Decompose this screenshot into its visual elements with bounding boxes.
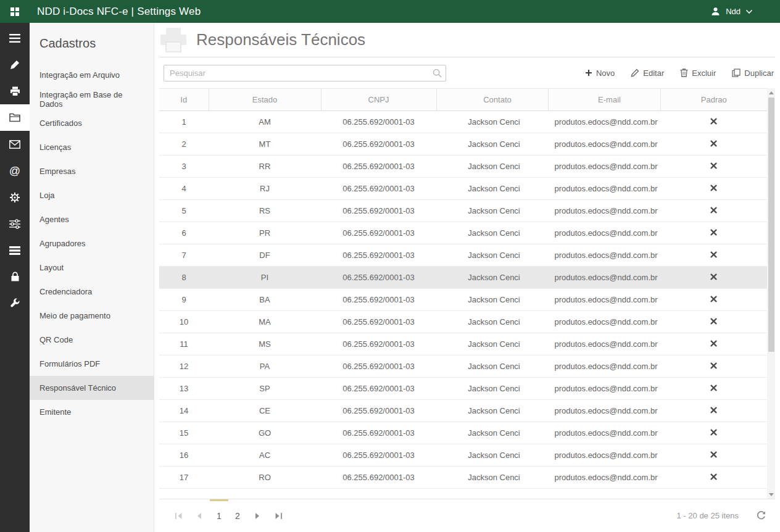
table-row[interactable]: 14CE06.255.692/0001-03Jackson Cenciprodu… — [159, 400, 767, 422]
cell-id: 12 — [159, 355, 209, 378]
page-button-1[interactable]: 1 — [210, 499, 228, 532]
sidebar-item[interactable]: Agentes — [30, 207, 154, 231]
scroll-up-button[interactable] — [767, 88, 775, 97]
rail-item-tools[interactable] — [0, 51, 30, 78]
user-icon — [710, 6, 721, 17]
table-row[interactable]: 2MT06.255.692/0001-03Jackson Cenciprodut… — [159, 133, 767, 156]
column-header-contato[interactable]: Contato — [436, 89, 548, 111]
sidebar-item[interactable]: Layout — [30, 256, 154, 280]
sidebar-item[interactable]: Emitente — [30, 400, 154, 424]
table-row[interactable]: 6PR06.255.692/0001-03Jackson Cenciprodut… — [159, 222, 767, 244]
rail-item-preferences[interactable] — [0, 210, 30, 237]
cell-padrao — [660, 200, 767, 222]
cell-estado: PI — [209, 267, 321, 289]
pager-info: 1 - 20 de 25 itens — [677, 511, 739, 520]
cell-email: produtos.edocs@ndd.com.br — [548, 178, 660, 200]
table-row[interactable]: 16AC06.255.692/0001-03Jackson Cenciprodu… — [159, 444, 767, 467]
page-button-2[interactable]: 2 — [228, 499, 247, 532]
sidebar-item[interactable]: Empresas — [30, 159, 154, 183]
cell-estado: MT — [209, 133, 321, 156]
vertical-scrollbar[interactable] — [767, 88, 775, 499]
rail-item-printer[interactable] — [0, 78, 30, 104]
search-icon[interactable] — [433, 69, 442, 80]
table-row[interactable]: 1AM06.255.692/0001-03Jackson Cenciprodut… — [159, 111, 767, 133]
search-input[interactable] — [164, 65, 446, 81]
new-button[interactable]: Novo — [585, 69, 615, 78]
refresh-button[interactable] — [756, 510, 766, 521]
sidebar-item[interactable]: Loja — [30, 183, 154, 207]
cell-estado: MA — [209, 311, 321, 333]
cell-padrao — [660, 444, 767, 467]
main-content: Responsáveis Técnicos Novo — [154, 23, 780, 532]
cell-contato: Jackson Cenci — [436, 422, 548, 444]
column-header-id[interactable]: Id — [159, 89, 209, 111]
folder-icon — [9, 113, 20, 122]
cell-cnpj: 06.255.692/0001-03 — [321, 467, 436, 489]
rail-item-menu[interactable] — [0, 25, 30, 51]
plus-icon — [585, 69, 592, 77]
cell-cnpj: 06.255.692/0001-03 — [321, 244, 436, 267]
sidebar-item[interactable]: Integração em Arquivo — [30, 63, 154, 87]
sidebar-item[interactable]: Agrupadores — [30, 231, 154, 256]
table-row[interactable]: 15GO06.255.692/0001-03Jackson Cenciprodu… — [159, 422, 767, 444]
table-row[interactable]: 17RO06.255.692/0001-03Jackson Cenciprodu… — [159, 467, 767, 489]
column-header-padrao[interactable]: Padrao — [660, 89, 767, 111]
table-row[interactable]: 8PI06.255.692/0001-03Jackson Cenciprodut… — [159, 267, 767, 289]
sidebar-title: Cadastros — [30, 28, 154, 63]
table-row[interactable]: 5RS06.255.692/0001-03Jackson Cenciprodut… — [159, 200, 767, 222]
search-box — [164, 65, 446, 81]
table-row[interactable]: 7DF06.255.692/0001-03Jackson Cenciprodut… — [159, 244, 767, 267]
scroll-up-arrow-icon — [769, 91, 774, 94]
cell-contato: Jackson Cenci — [436, 467, 548, 489]
at-icon: @ — [9, 165, 20, 177]
rail-item-cadastros[interactable] — [0, 104, 30, 131]
cell-email: produtos.edocs@ndd.com.br — [548, 355, 660, 378]
sidebar-item[interactable]: Integração em Base de Dados — [30, 87, 154, 111]
cell-id: 8 — [159, 267, 209, 289]
scrollbar-thumb[interactable] — [768, 98, 774, 352]
rail-item-security[interactable] — [0, 264, 30, 290]
rail-item-settings[interactable] — [0, 184, 30, 210]
cell-estado: PA — [209, 355, 321, 378]
table-row[interactable]: 11MS06.255.692/0001-03Jackson Cenciprodu… — [159, 333, 767, 355]
cell-padrao — [660, 467, 767, 489]
sidebar-item[interactable]: Credenciadora — [30, 280, 154, 304]
table-row[interactable]: 4RJ06.255.692/0001-03Jackson Cenciprodut… — [159, 178, 767, 200]
column-header-email[interactable]: E-mail — [548, 89, 660, 111]
next-page-button[interactable] — [247, 499, 268, 532]
rail-item-email-config[interactable]: @ — [0, 157, 30, 184]
x-icon — [710, 118, 717, 125]
sidebar-item[interactable]: QR Code — [30, 328, 154, 352]
last-page-button[interactable] — [268, 499, 289, 532]
toolbar-actions: Novo Editar Excluir — [585, 69, 774, 78]
table-row[interactable]: 12PA06.255.692/0001-03Jackson Cenciprodu… — [159, 355, 767, 378]
column-header-cnpj[interactable]: CNPJ — [321, 89, 436, 111]
table-row[interactable]: 3RR06.255.692/0001-03Jackson Cenciprodut… — [159, 156, 767, 178]
rail-item-mail[interactable] — [0, 131, 30, 157]
page-header: Responsáveis Técnicos — [159, 23, 775, 57]
cell-email: produtos.edocs@ndd.com.br — [548, 444, 660, 467]
table-row[interactable]: 10MA06.255.692/0001-03Jackson Cenciprodu… — [159, 311, 767, 333]
mail-icon — [9, 140, 20, 149]
duplicate-button[interactable]: Duplicar — [732, 69, 774, 78]
table-row[interactable]: 9BA06.255.692/0001-03Jackson Cenciprodut… — [159, 289, 767, 311]
prev-page-button[interactable] — [189, 499, 210, 532]
cell-estado: MS — [209, 333, 321, 355]
sidebar-item[interactable]: Licenças — [30, 135, 154, 159]
rail-item-queue[interactable] — [0, 237, 30, 264]
sidebar-item[interactable]: Certificados — [30, 111, 154, 135]
rail-item-maintenance[interactable] — [0, 290, 30, 317]
scroll-down-button[interactable] — [767, 490, 775, 499]
sidebar-item[interactable]: Formulários PDF — [30, 352, 154, 376]
chevron-down-icon — [745, 9, 753, 14]
sidebar-item[interactable]: Responsável Técnico — [30, 376, 154, 400]
first-page-button[interactable] — [168, 499, 189, 532]
sidebar-item[interactable]: Meio de pagamento — [30, 304, 154, 328]
user-menu[interactable]: Ndd — [710, 6, 780, 17]
table-row[interactable]: 13SP06.255.692/0001-03Jackson Cenciprodu… — [159, 378, 767, 400]
edit-button[interactable]: Editar — [631, 69, 664, 78]
app-grid-button[interactable] — [0, 7, 30, 17]
sliders-icon — [9, 219, 20, 229]
delete-button[interactable]: Excluir — [680, 69, 716, 78]
column-header-estado[interactable]: Estado — [209, 89, 321, 111]
